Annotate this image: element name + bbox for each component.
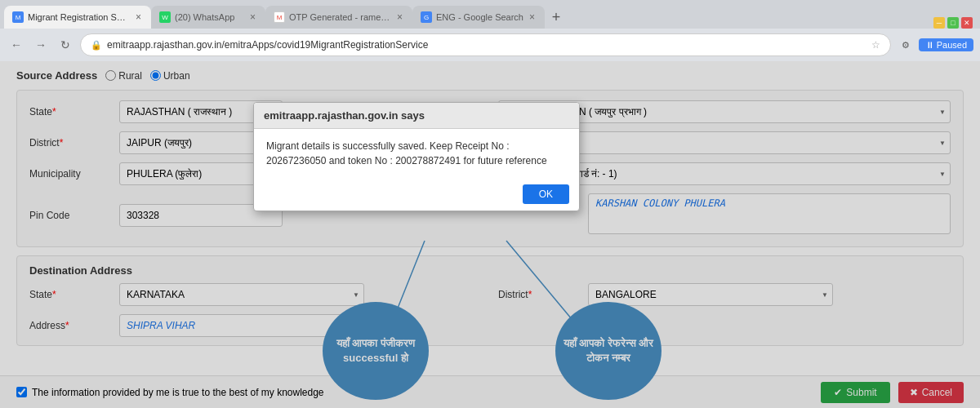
tab-close-whatsapp[interactable]: × bbox=[248, 11, 257, 23]
address-bar-row: ← → ↻ 🔒 emitraapp.rajasthan.gov.in/emitr… bbox=[0, 29, 980, 61]
tab-favicon-migrant: M bbox=[12, 11, 24, 23]
tab-favicon-gmail: M bbox=[274, 11, 285, 23]
address-bar[interactable]: 🔒 emitraapp.rajasthan.gov.in/emitraApps/… bbox=[80, 33, 891, 56]
browser-chrome: M Migrant Registration Service × W (20) … bbox=[0, 0, 980, 61]
tab-migrant[interactable]: M Migrant Registration Service × bbox=[4, 6, 151, 29]
paused-icon: ⏸ bbox=[925, 40, 934, 50]
tab-close-migrant[interactable]: × bbox=[134, 11, 143, 23]
bookmark-icon[interactable]: ☆ bbox=[871, 39, 880, 51]
new-tab-button[interactable]: + bbox=[545, 6, 568, 29]
tab-label-google: ENG - Google Search bbox=[436, 12, 523, 22]
window-close[interactable]: ✕ bbox=[961, 17, 973, 29]
tab-label-gmail: OTP Generated - rameshkumaw... bbox=[289, 12, 391, 22]
tab-label-whatsapp: (20) WhatsApp bbox=[175, 12, 244, 22]
address-text: emitraapp.rajasthan.gov.in/emitraApps/co… bbox=[107, 39, 866, 51]
extensions-button[interactable]: ⚙ bbox=[896, 35, 915, 55]
paused-label: Paused bbox=[937, 40, 967, 50]
modal-ok-button[interactable]: OK bbox=[523, 184, 569, 204]
extensions-area: ⚙ ⏸ Paused bbox=[896, 35, 973, 55]
tab-whatsapp[interactable]: W (20) WhatsApp × bbox=[151, 6, 265, 29]
page-content: Source Address Rural Urban State* JAIPUR bbox=[0, 61, 980, 408]
tab-close-gmail[interactable]: × bbox=[395, 11, 404, 23]
tab-favicon-whatsapp: W bbox=[159, 11, 171, 23]
tab-google[interactable]: G ENG - Google Search × bbox=[412, 6, 545, 29]
paused-button[interactable]: ⏸ Paused bbox=[919, 38, 973, 51]
forward-button[interactable]: → bbox=[31, 35, 51, 55]
modal-footer: OK bbox=[254, 178, 579, 211]
modal-message: Migrant details is successfully saved. K… bbox=[254, 129, 579, 178]
window-maximize[interactable]: □ bbox=[947, 17, 959, 29]
modal-dialog: emitraapp.rajasthan.gov.in says Migrant … bbox=[253, 102, 580, 211]
back-button[interactable]: ← bbox=[7, 35, 26, 55]
reload-button[interactable]: ↻ bbox=[56, 35, 75, 55]
tab-label-migrant: Migrant Registration Service bbox=[28, 12, 130, 22]
tab-favicon-google: G bbox=[421, 11, 432, 23]
window-minimize[interactable]: ─ bbox=[933, 17, 945, 29]
lock-icon: 🔒 bbox=[91, 40, 102, 51]
tab-gmail[interactable]: M OTP Generated - rameshkumaw... × bbox=[265, 6, 412, 29]
tab-bar: M Migrant Registration Service × W (20) … bbox=[0, 0, 980, 29]
tab-close-google[interactable]: × bbox=[528, 11, 537, 23]
modal-title: emitraapp.rajasthan.gov.in says bbox=[254, 103, 579, 129]
